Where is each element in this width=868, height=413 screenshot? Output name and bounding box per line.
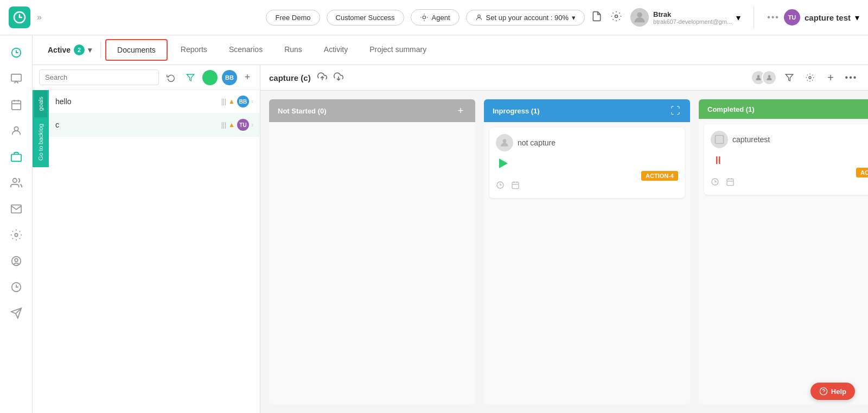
- kanban-col-body-inprogress: not capture ACTION-4: [484, 122, 690, 404]
- kanban-col-inprogress: Inprogress (1) ⛶ not capture: [484, 99, 690, 404]
- action-badge: ACTION-4: [641, 171, 678, 181]
- side-tab-backlog[interactable]: Go to backlog: [34, 117, 47, 167]
- svg-rect-35: [727, 179, 733, 186]
- capture-test-avatar: TU: [784, 9, 800, 26]
- card-footer: [711, 177, 868, 188]
- bars-icon: |||: [221, 121, 226, 129]
- warning-icon: ▲: [228, 121, 235, 129]
- svg-point-27: [503, 139, 507, 143]
- left-panel-toolbar: BB +: [33, 65, 260, 90]
- app-logo[interactable]: [9, 7, 30, 28]
- sidebar-icon-timer[interactable]: [5, 276, 27, 298]
- svg-marker-20: [187, 74, 194, 81]
- user-info: Btrak btrak607-development@gm...: [653, 10, 732, 25]
- sidebar-icon-briefcase[interactable]: [5, 146, 27, 168]
- pause-icon: ⏸: [713, 154, 724, 167]
- add-button[interactable]: +: [241, 72, 253, 84]
- sidebar-icons: [0, 35, 33, 413]
- document-icon[interactable]: [591, 11, 602, 24]
- kanban-col-header-not-started: Not Started (0) +: [269, 99, 475, 122]
- upload-icon[interactable]: [317, 72, 327, 84]
- settings-icon[interactable]: [611, 11, 622, 24]
- svg-rect-29: [512, 182, 519, 189]
- sidebar-icon-settings[interactable]: [5, 224, 27, 246]
- search-input[interactable]: [39, 69, 159, 85]
- filter-button[interactable]: [183, 70, 198, 85]
- tab-reports[interactable]: Reports: [170, 35, 218, 65]
- board-more-button[interactable]: •••: [843, 69, 859, 86]
- panel-row: BB + goals Go to backlog hello ||: [33, 65, 868, 413]
- customer-success-button[interactable]: Customer Success: [327, 10, 404, 26]
- main-layout: Active 2 ▾ Documents Reports Scenarios R…: [0, 35, 868, 413]
- svg-rect-12: [11, 154, 21, 161]
- board-filter-button[interactable]: [781, 69, 797, 86]
- sidebar-icon-tv[interactable]: [5, 68, 27, 90]
- chevron-right-icon: ›: [251, 121, 253, 129]
- download-icon[interactable]: [334, 72, 343, 84]
- bb-avatar[interactable]: BB: [222, 70, 237, 85]
- calendar-icon[interactable]: [511, 181, 520, 192]
- sidebar-icon-send[interactable]: [5, 302, 27, 324]
- left-panel: BB + goals Go to backlog hello ||: [33, 65, 260, 413]
- item-avatar: BB: [237, 96, 249, 107]
- card-user: capturetest: [711, 131, 868, 148]
- svg-marker-25: [786, 74, 793, 81]
- side-tab-strip: goals Go to backlog: [33, 90, 49, 167]
- sidebar-icon-clock[interactable]: [5, 42, 27, 63]
- tab-documents[interactable]: Documents: [105, 39, 168, 61]
- sidebar-icon-users[interactable]: [5, 172, 27, 194]
- svg-point-26: [809, 77, 811, 79]
- kanban-row: Not Started (0) + Inprogress (1) ⛶: [260, 91, 868, 413]
- tab-scenarios[interactable]: Scenarios: [218, 35, 273, 65]
- setup-button[interactable]: Set up your account : 90% ▾: [466, 10, 585, 26]
- kanban-col-header-inprogress: Inprogress (1) ⛶: [484, 99, 690, 122]
- list-item[interactable]: c ||| ▲ TU ›: [49, 113, 260, 137]
- tab-divider: [100, 42, 101, 58]
- help-button[interactable]: Help: [810, 383, 855, 400]
- status-circle[interactable]: [202, 70, 218, 85]
- svg-rect-33: [716, 136, 724, 144]
- tab-runs[interactable]: Runs: [273, 35, 313, 65]
- play-button[interactable]: [496, 156, 511, 171]
- active-badge: 2: [74, 45, 85, 55]
- clock-icon[interactable]: [496, 181, 505, 192]
- list-item[interactable]: hello ||| ▲ BB ›: [49, 90, 260, 113]
- calendar-icon[interactable]: [726, 177, 735, 188]
- clock-icon[interactable]: [711, 177, 719, 188]
- top-bar: » Free Demo Customer Success Agent Set u…: [0, 0, 868, 35]
- user-area[interactable]: Btrak btrak607-development@gm... ▾: [630, 8, 741, 27]
- dropdown-arrow-icon: ▾: [88, 46, 92, 54]
- free-demo-button[interactable]: Free Demo: [266, 10, 320, 26]
- action-badge: ACTION-3: [856, 168, 868, 177]
- sidebar-icon-calendar[interactable]: [5, 94, 27, 116]
- tab-activity[interactable]: Activity: [313, 35, 359, 65]
- undo-button[interactable]: [163, 70, 178, 85]
- content-area: Active 2 ▾ Documents Reports Scenarios R…: [33, 35, 868, 413]
- kanban-card: not capture ACTION-4: [489, 128, 685, 198]
- active-dropdown[interactable]: Active 2 ▾: [41, 45, 98, 55]
- three-dots-btn[interactable]: •••: [767, 12, 780, 22]
- pause-button[interactable]: ⏸: [711, 153, 726, 168]
- tab-project-summary[interactable]: Project summary: [359, 35, 437, 65]
- kanban-card: capturetest ⏸ ACTION-3: [704, 124, 868, 195]
- kanban-add-inprogress[interactable]: ⛶: [669, 105, 681, 117]
- user-avatar: [630, 8, 649, 27]
- sub-header: Active 2 ▾ Documents Reports Scenarios R…: [33, 35, 868, 65]
- kanban-add-not-started[interactable]: +: [455, 105, 467, 117]
- sidebar-icon-user[interactable]: [5, 120, 27, 142]
- capture-test-area[interactable]: ••• TU capture test ▾: [767, 9, 859, 26]
- kanban-col-not-started: Not Started (0) +: [269, 99, 475, 404]
- expand-icon[interactable]: »: [37, 12, 42, 22]
- board-settings-button[interactable]: [802, 69, 818, 86]
- svg-point-23: [757, 75, 760, 78]
- kanban-col-header-completed: Completed (1) ⛶: [699, 99, 868, 119]
- agent-button[interactable]: Agent: [411, 9, 459, 26]
- bars-icon: |||: [221, 98, 226, 105]
- svg-point-13: [12, 179, 16, 182]
- sidebar-icon-mail[interactable]: [5, 198, 27, 220]
- card-user-avatar-completed: [711, 131, 728, 148]
- board-add-button[interactable]: +: [822, 69, 839, 86]
- kanban-col-body-completed: capturetest ⏸ ACTION-3: [699, 119, 868, 404]
- sidebar-icon-profile[interactable]: [5, 250, 27, 272]
- side-tab-goals[interactable]: goals: [34, 90, 47, 117]
